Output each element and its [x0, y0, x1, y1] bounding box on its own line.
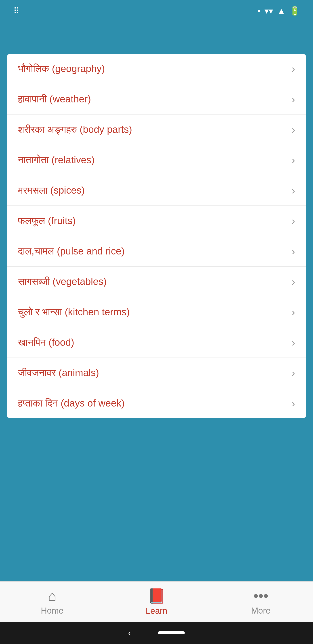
list-item-11[interactable]: जीवजनावर (animals) › [7, 358, 306, 388]
list-item-3[interactable]: शरीरका अङ्गहरु (body parts) › [7, 114, 306, 145]
system-home-button[interactable] [158, 631, 185, 634]
chevron-icon-5: › [292, 184, 295, 196]
item-label-8: सागसब्जी (vegetables) [18, 276, 287, 287]
status-right: • ▾▾ ▲ 🔋 [258, 6, 304, 16]
item-label-11: जीवजनावर (animals) [18, 367, 287, 378]
nav-item-more[interactable]: ••• More [209, 588, 313, 616]
list-item-7[interactable]: दाल,चामल (pulse and rice) › [7, 236, 306, 266]
item-label-12: हप्ताका दिन (days of week) [18, 398, 287, 409]
learn-icon: 📕 [148, 588, 166, 604]
chevron-icon-12: › [292, 397, 295, 410]
status-dots: ⠿ [13, 6, 20, 16]
main-content: भौगोलिक (geography) › हावापानी (weather)… [0, 49, 313, 582]
top-bar [0, 20, 313, 49]
nav-item-home[interactable]: ⌂ Home [0, 588, 104, 616]
chevron-icon-3: › [292, 124, 295, 136]
item-label-10: खानपिन (food) [18, 337, 287, 348]
more-icon: ••• [253, 588, 268, 604]
chevron-icon-2: › [292, 93, 295, 105]
chevron-icon-11: › [292, 367, 295, 379]
chevron-icon-4: › [292, 154, 295, 166]
item-label-6: फलफूल (fruits) [18, 215, 287, 226]
system-nav-bar: ‹ [0, 622, 313, 644]
chevron-icon-8: › [292, 276, 295, 288]
chevron-icon-10: › [292, 336, 295, 348]
list-item-8[interactable]: सागसब्जी (vegetables) › [7, 266, 306, 297]
item-label-2: हावापानी (weather) [18, 94, 287, 105]
status-left: ⠿ [9, 6, 20, 16]
category-list: भौगोलिक (geography) › हावापानी (weather)… [7, 54, 306, 418]
item-label-3: शरीरका अङ्गहरु (body parts) [18, 124, 287, 135]
dot-icon: • [258, 6, 261, 16]
battery-icon: 🔋 [290, 6, 300, 16]
list-item-2[interactable]: हावापानी (weather) › [7, 84, 306, 114]
nav-item-learn[interactable]: 📕 Learn [104, 588, 209, 616]
list-item-9[interactable]: चुलो र भान्सा (kitchen terms) › [7, 297, 306, 327]
item-label-5: मरमसला (spices) [18, 185, 287, 196]
item-label-9: चुलो र भान्सा (kitchen terms) [18, 306, 287, 318]
list-item-6[interactable]: फलफूल (fruits) › [7, 206, 306, 236]
item-label-7: दाल,चामल (pulse and rice) [18, 246, 287, 257]
list-item-12[interactable]: हप्ताका दिन (days of week) › [7, 388, 306, 418]
list-item-10[interactable]: खानपिन (food) › [7, 327, 306, 358]
item-label-4: नातागोता (relatives) [18, 154, 287, 166]
chevron-icon-9: › [292, 306, 295, 318]
chevron-icon-1: › [292, 62, 295, 75]
nav-label-home: Home [41, 606, 63, 616]
list-item-1[interactable]: भौगोलिक (geography) › [7, 54, 306, 84]
nav-label-learn: Learn [146, 606, 167, 616]
bottom-nav: ⌂ Home 📕 Learn ••• More [0, 582, 313, 622]
chevron-icon-7: › [292, 245, 295, 258]
chevron-icon-6: › [292, 215, 295, 227]
list-item-5[interactable]: मरमसला (spices) › [7, 175, 306, 206]
item-label-1: भौगोलिक (geography) [18, 63, 287, 74]
signal-icon: ▲ [277, 6, 286, 16]
nav-label-more: More [251, 606, 271, 616]
status-bar: ⠿ • ▾▾ ▲ 🔋 [0, 0, 313, 20]
home-icon: ⌂ [48, 588, 56, 604]
wifi-icon: ▾▾ [265, 6, 273, 16]
system-back-button[interactable]: ‹ [128, 628, 131, 638]
list-item-4[interactable]: नातागोता (relatives) › [7, 145, 306, 175]
